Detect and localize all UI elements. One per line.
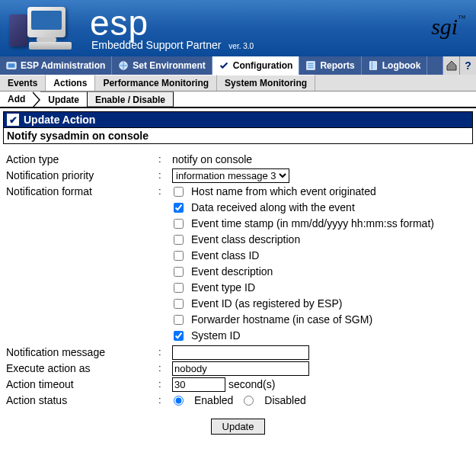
input-timeout[interactable] (172, 377, 225, 392)
chevron-right-icon (33, 91, 40, 108)
brand-subtitle: Embedded Support Partner (91, 39, 221, 51)
checkbox-format-label-6: Event type ID (191, 280, 255, 295)
radio-enabled-label: Enabled (194, 393, 233, 408)
home-icon (446, 59, 458, 72)
label-format: Notification format (6, 184, 158, 199)
label-execute-as: Execute action as (6, 361, 158, 376)
label-status: Action status (6, 393, 158, 408)
radio-disabled-label: Disabled (264, 393, 305, 408)
value-action-type: notify on console (172, 152, 470, 167)
panel-subtitle: Notify sysadmin on console (3, 127, 473, 144)
checkbox-format-5[interactable] (174, 267, 184, 277)
label-action-type: Action type (6, 152, 158, 167)
checkbox-format-label-7: Event ID (as registered by ESP) (191, 296, 342, 311)
nav-reports[interactable]: Reports (299, 56, 361, 75)
company-logo: sgi™ (431, 14, 465, 40)
panel-title: Update Action (24, 114, 95, 126)
nav-esp-administration[interactable]: ESP Administration (0, 56, 112, 75)
update-button[interactable]: Update (211, 419, 266, 435)
tab-actions[interactable]: Actions (46, 75, 95, 91)
nav-logbook[interactable]: Logbook (362, 56, 428, 75)
check-icon (219, 60, 229, 71)
svg-rect-5 (369, 62, 376, 70)
input-execute-as[interactable] (172, 361, 309, 376)
checkbox-format-4[interactable] (174, 251, 184, 261)
timeout-unit: second(s) (228, 378, 275, 390)
breadcrumb-nav: Add Update Enable / Disable (0, 91, 476, 108)
home-button[interactable] (442, 56, 459, 75)
help-icon: ? (465, 59, 471, 72)
label-timeout: Action timeout (6, 377, 158, 392)
checkbox-format-label-5: Event description (191, 264, 273, 279)
app-header: esp Embedded Support Partner ver. 3.0 sg… (0, 0, 476, 56)
checkbox-format-label-2: Event time stamp (in mm/dd/yyyy hh:mm:ss… (191, 216, 434, 231)
radio-enabled[interactable] (174, 396, 184, 406)
nav-configuration[interactable]: Configuration (212, 56, 300, 75)
main-nav: ESP Administration Set Environment Confi… (0, 56, 476, 75)
checkbox-format-label-3: Event class description (191, 232, 300, 247)
check-icon: ✔ (7, 114, 19, 126)
help-button[interactable]: ? (459, 56, 476, 75)
checkbox-format-label-0: Host name from which event originated (191, 184, 376, 199)
reports-icon (305, 60, 316, 71)
checkbox-format-3[interactable] (174, 235, 184, 245)
content-area: ✔ Update Action Notify sysadmin on conso… (0, 108, 476, 450)
checkbox-format-0[interactable] (174, 187, 184, 197)
label-message: Notification message (6, 345, 158, 360)
tab-system-monitoring[interactable]: System Monitoring (217, 75, 315, 91)
checkbox-format-label-8: Forwarder hostname (in case of SGM) (191, 312, 372, 327)
checkbox-format-label-9: System ID (191, 328, 241, 343)
logbook-icon (368, 60, 379, 71)
label-priority: Notification priority (6, 168, 158, 183)
input-message[interactable] (172, 345, 309, 360)
brand-version: ver. 3.0 (228, 42, 254, 50)
form: Action type : notify on console Notifica… (3, 144, 473, 435)
checkbox-format-8[interactable] (174, 315, 184, 325)
admin-icon (6, 60, 17, 71)
checkbox-format-1[interactable] (174, 203, 184, 213)
crumb-add[interactable]: Add (0, 91, 33, 107)
tab-performance-monitoring[interactable]: Performance Monitoring (95, 75, 217, 91)
checkbox-format-9[interactable] (174, 331, 184, 341)
checkbox-format-7[interactable] (174, 299, 184, 309)
sub-nav: Events Actions Performance Monitoring Sy… (0, 75, 476, 91)
svg-rect-1 (8, 63, 15, 67)
nav-set-environment[interactable]: Set Environment (112, 56, 212, 75)
radio-disabled[interactable] (244, 396, 254, 406)
panel-header: ✔ Update Action (3, 111, 473, 127)
checkbox-format-label-1: Data received along with the event (191, 200, 355, 215)
checkbox-format-2[interactable] (174, 219, 184, 229)
tab-events[interactable]: Events (0, 75, 46, 91)
computer-icon (6, 5, 82, 51)
crumb-enable-disable[interactable]: Enable / Disable (88, 91, 174, 107)
select-priority[interactable]: information message 3 (172, 168, 289, 183)
checkbox-format-6[interactable] (174, 283, 184, 293)
brand-name: esp (90, 5, 254, 40)
environment-icon (118, 60, 129, 71)
crumb-update[interactable]: Update (40, 91, 88, 107)
checkbox-format-label-4: Event class ID (191, 248, 259, 263)
